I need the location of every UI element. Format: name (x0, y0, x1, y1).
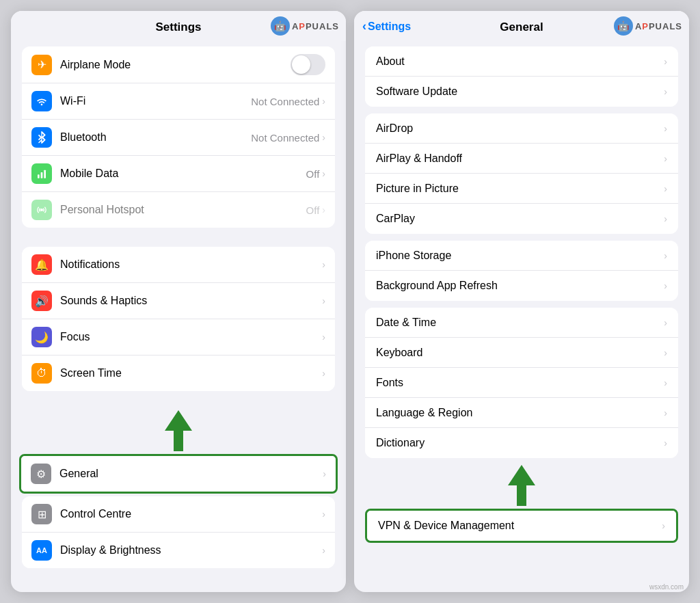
fonts-chevron: › (664, 377, 667, 388)
hotspot-icon (31, 200, 52, 220)
row-iphone-storage[interactable]: iPhone Storage › (365, 241, 678, 271)
row-vpn[interactable]: VPN & Device Management › (367, 511, 676, 541)
row-language[interactable]: Language & Region › (365, 398, 678, 428)
datetime-chevron: › (664, 317, 667, 328)
bluetooth-label: Bluetooth (60, 131, 251, 144)
group-system: 🔔 Notifications › 🔊 Sounds & Haptics › 🌙… (22, 247, 335, 391)
row-dictionary[interactable]: Dictionary › (365, 428, 678, 458)
bluetooth-chevron: › (322, 132, 325, 143)
left-panel-title: Settings (155, 21, 201, 34)
group-storage: iPhone Storage › Background App Refresh … (365, 241, 678, 301)
group-connectivity-right: AirDrop › AirPlay & Handoff › Picture in… (365, 113, 678, 234)
row-datetime[interactable]: Date & Time › (365, 308, 678, 338)
row-airplay[interactable]: AirPlay & Handoff › (365, 144, 678, 174)
section-time: Date & Time › Keyboard › Fonts › Languag… (354, 308, 689, 458)
highlighted-vpn: VPN & Device Management › (365, 509, 678, 543)
focus-icon: 🌙 (31, 327, 52, 347)
group-time: Date & Time › Keyboard › Fonts › Languag… (365, 308, 678, 458)
back-button[interactable]: ‹ Settings (362, 19, 411, 34)
sounds-label: Sounds & Haptics (60, 295, 322, 307)
row-airplane[interactable]: ✈ Airplane Mode (22, 46, 335, 83)
screentime-chevron: › (322, 368, 325, 379)
display-label: Display & Brightness (60, 544, 322, 557)
software-update-chevron: › (664, 86, 667, 97)
notifications-label: Notifications (60, 258, 322, 271)
sounds-chevron: › (322, 295, 325, 306)
bluetooth-value: Not Connected (251, 132, 319, 144)
back-chevron: ‹ (362, 19, 366, 34)
row-about[interactable]: About › (365, 46, 678, 77)
pip-chevron: › (664, 183, 667, 194)
language-chevron: › (664, 407, 667, 418)
svg-rect-3 (41, 172, 43, 178)
iphone-storage-chevron: › (664, 250, 667, 261)
hotspot-chevron: › (322, 204, 325, 215)
row-general[interactable]: ⚙ General › (21, 456, 336, 492)
left-panel: Settings 🤖 APPUALS ✈ Airplane Mode (11, 11, 346, 592)
section-connectivity: AirDrop › AirPlay & Handoff › Picture in… (354, 113, 689, 234)
airplay-label: AirPlay & Handoff (376, 152, 664, 165)
keyboard-chevron: › (664, 347, 667, 358)
row-hotspot[interactable]: Personal Hotspot Off › (22, 192, 335, 228)
display-chevron: › (322, 545, 325, 556)
general-label: General (59, 468, 323, 480)
airplay-chevron: › (664, 153, 667, 164)
screentime-label: Screen Time (60, 367, 322, 379)
section-general: ⚙ General › ⊞ Control Centre › AA Displa… (11, 454, 346, 568)
general-icon: ⚙ (31, 464, 51, 484)
group-about: About › Software Update › (365, 46, 678, 107)
software-update-label: Software Update (376, 85, 664, 98)
row-fonts[interactable]: Fonts › (365, 368, 678, 398)
row-display[interactable]: AA Display & Brightness › (22, 533, 335, 568)
row-carplay[interactable]: CarPlay › (365, 204, 678, 234)
dictionary-label: Dictionary (376, 437, 664, 449)
right-panel-header: ‹ Settings General 🤖 APPUALS (354, 11, 689, 41)
group-connectivity: ✈ Airplane Mode Wi-Fi Not Connected › (22, 46, 335, 228)
svg-rect-4 (44, 170, 46, 178)
row-screentime[interactable]: ⏱ Screen Time › (22, 356, 335, 391)
carplay-chevron: › (664, 213, 667, 224)
airplane-toggle[interactable] (291, 54, 325, 75)
mobile-icon (31, 163, 52, 184)
section-storage: iPhone Storage › Background App Refresh … (354, 241, 689, 301)
right-panel: ‹ Settings General 🤖 APPUALS About › (354, 11, 689, 592)
right-panel-title: General (500, 21, 543, 34)
iphone-storage-label: iPhone Storage (376, 250, 664, 262)
section-about: About › Software Update › (354, 46, 689, 107)
row-bluetooth[interactable]: Bluetooth Not Connected › (22, 120, 335, 156)
left-panel-header: Settings 🤖 APPUALS (11, 11, 346, 41)
row-mobile[interactable]: Mobile Data Off › (22, 156, 335, 192)
right-settings-list: About › Software Update › AirDrop › (354, 41, 689, 582)
hotspot-value: Off (306, 204, 320, 216)
svg-rect-2 (38, 174, 40, 178)
airdrop-label: AirDrop (376, 122, 664, 135)
airplane-label: Airplane Mode (60, 59, 291, 71)
background-refresh-label: Background App Refresh (376, 280, 664, 292)
row-wifi[interactable]: Wi-Fi Not Connected › (22, 83, 335, 120)
row-pip[interactable]: Picture in Picture › (365, 174, 678, 204)
sounds-icon: 🔊 (31, 291, 52, 311)
carplay-label: CarPlay (376, 213, 664, 225)
row-controlcentre[interactable]: ⊞ Control Centre › (22, 496, 335, 533)
language-label: Language & Region (376, 407, 664, 419)
row-notifications[interactable]: 🔔 Notifications › (22, 247, 335, 283)
highlighted-general: ⚙ General › (19, 454, 338, 494)
row-software-update[interactable]: Software Update › (365, 77, 678, 107)
row-sounds[interactable]: 🔊 Sounds & Haptics › (22, 283, 335, 319)
toggle-knob (292, 55, 310, 74)
row-focus[interactable]: 🌙 Focus › (22, 319, 335, 356)
row-keyboard[interactable]: Keyboard › (365, 338, 678, 368)
appuals-robot-left: 🤖 (271, 16, 290, 36)
focus-chevron: › (322, 332, 325, 343)
wifi-label: Wi-Fi (60, 95, 251, 107)
appuals-badge-right: 🤖 APPUALS (614, 16, 682, 36)
notifications-chevron: › (322, 259, 325, 270)
row-airdrop[interactable]: AirDrop › (365, 113, 678, 144)
left-settings-list: ✈ Airplane Mode Wi-Fi Not Connected › (11, 41, 346, 592)
bluetooth-icon (31, 127, 52, 148)
airplane-icon: ✈ (31, 55, 52, 75)
group-extra: ⊞ Control Centre › AA Display & Brightne… (22, 496, 335, 568)
svg-marker-6 (165, 410, 192, 451)
appuals-robot-right: 🤖 (614, 16, 633, 36)
row-background-refresh[interactable]: Background App Refresh › (365, 271, 678, 301)
